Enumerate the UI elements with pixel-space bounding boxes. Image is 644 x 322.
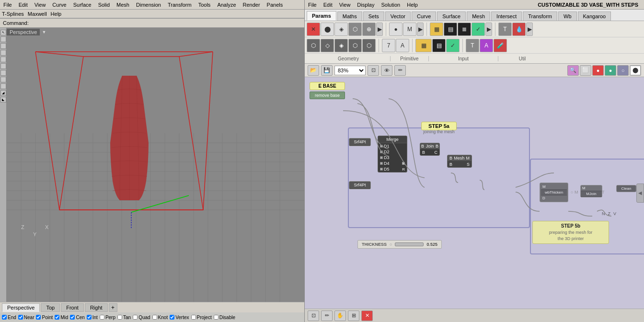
tab-mesh[interactable]: Mesh	[467, 12, 490, 21]
join-node[interactable]: B Join B B C	[420, 143, 440, 156]
icon-input-2[interactable]: ▤	[444, 23, 457, 36]
tool-5[interactable]	[0, 57, 6, 62]
icon-geometry-5[interactable]: ⊕	[362, 23, 376, 36]
tab-surface[interactable]: Surface	[437, 12, 466, 21]
tab-add-btn[interactable]: +	[109, 303, 117, 312]
gh-icon-r6[interactable]: ⬤	[630, 65, 641, 76]
icon-inp2-2[interactable]: ▤	[432, 39, 446, 52]
menu-tools[interactable]: Tools	[197, 2, 212, 8]
merge-node[interactable]: Merge D1 D2 D3 D4 D5R	[378, 136, 407, 172]
viewport-dropdown[interactable]: ▼	[42, 30, 46, 34]
gh-icon-r2[interactable]: ⬜	[580, 65, 591, 76]
icon-geo2-1[interactable]: ⬡	[307, 39, 320, 52]
icon-geometry-expand[interactable]: ▶	[376, 23, 383, 36]
menu-panels[interactable]: Panels	[265, 2, 285, 8]
ebase-sublabel[interactable]: remove base	[310, 92, 345, 99]
thickness-slider[interactable]	[395, 242, 424, 246]
tool-8[interactable]	[0, 77, 6, 82]
gh-canvas[interactable]: ◀	[305, 77, 644, 309]
icon-prim2-1[interactable]: 7	[382, 39, 395, 52]
icon-geometry-2[interactable]: ⬤	[321, 23, 334, 36]
tool-6[interactable]	[0, 63, 6, 69]
tool-select[interactable]: ↖	[0, 30, 6, 35]
gh-bottom-btn1[interactable]: ⊡	[308, 310, 319, 321]
menu-edit[interactable]: Edit	[17, 2, 29, 8]
tool-2[interactable]	[0, 36, 6, 42]
tab-maths[interactable]: Maths	[337, 12, 362, 21]
icon-util-2[interactable]: 💧	[512, 23, 526, 36]
icon-geo2-3[interactable]: ◈	[334, 39, 348, 52]
gh-fit-btn[interactable]: ⊡	[368, 65, 379, 76]
tool-7[interactable]	[0, 70, 6, 76]
gh-menu-help[interactable]: Help	[405, 2, 419, 8]
clean-node[interactable]: Clean	[616, 185, 636, 192]
tool-11[interactable]: ◣	[0, 97, 6, 103]
menu-tsplines[interactable]: T-Splines	[2, 11, 24, 17]
icon-util2-1[interactable]: T	[466, 39, 479, 52]
gh-icon-r1[interactable]: 🔍	[567, 65, 579, 76]
tool-10[interactable]: ◢	[0, 90, 6, 96]
menu-solid[interactable]: Solid	[97, 2, 111, 8]
tab-vector[interactable]: Vector	[385, 12, 411, 21]
icon-geo2-4[interactable]: ⬡	[348, 39, 362, 52]
menu-file[interactable]: File	[2, 2, 13, 8]
gh-icon-r4[interactable]: ●	[605, 65, 616, 76]
gh-icon-r3[interactable]: ●	[592, 65, 604, 76]
mesh-node[interactable]: B Mesh M B S	[447, 155, 472, 168]
tool-3[interactable]	[0, 43, 6, 49]
icon-prim2-2[interactable]: A	[396, 39, 409, 52]
menu-render[interactable]: Render	[242, 2, 262, 8]
tab-params[interactable]: Params	[307, 11, 336, 21]
icon-prim-2[interactable]: M	[403, 23, 416, 36]
tab-wb[interactable]: Wb	[558, 12, 577, 21]
menu-dimension[interactable]: Dimension	[135, 2, 162, 8]
tab-top[interactable]: Top	[41, 303, 60, 312]
srf4pt-node-2[interactable]: Srf4Pt	[349, 181, 371, 189]
menu-help[interactable]: Help	[51, 11, 62, 17]
gh-menu-view[interactable]: View	[338, 2, 352, 8]
gh-menu-display[interactable]: Display	[356, 2, 376, 8]
menu-maxwell[interactable]: Maxwell	[28, 11, 47, 17]
gh-eye-btn[interactable]: 👁	[381, 65, 392, 76]
gh-menu-edit[interactable]: Edit	[322, 2, 334, 8]
icon-util-expand[interactable]: ▶	[526, 23, 533, 36]
srf4pt-node-1[interactable]: Srf4Pt	[349, 138, 371, 146]
icon-inp2-3[interactable]: ✓	[446, 39, 460, 52]
icon-input-1[interactable]: ▦	[430, 23, 443, 36]
icon-input-expand[interactable]: ▶	[485, 23, 492, 36]
gh-menu-file[interactable]: File	[307, 2, 318, 8]
menu-analyze[interactable]: Analyze	[216, 2, 237, 8]
icon-prim-expand[interactable]: ▶	[417, 23, 424, 36]
tab-curve[interactable]: Curve	[412, 12, 436, 21]
tab-transform[interactable]: Transform	[523, 12, 557, 21]
gh-menu-solution[interactable]: Solution	[380, 2, 402, 8]
tab-perspective[interactable]: Perspective	[2, 303, 40, 312]
gh-save-btn[interactable]: 💾	[321, 65, 333, 76]
tab-intersect[interactable]: Intersect	[491, 12, 522, 21]
gh-bottom-btn5[interactable]: ✕	[361, 310, 373, 321]
gh-bottom-btn2[interactable]: ✏	[321, 310, 333, 321]
icon-prim-1[interactable]: ●	[389, 23, 402, 36]
menu-transform[interactable]: Transform	[166, 2, 193, 8]
gh-pen-btn[interactable]: ✏	[394, 65, 406, 76]
gh-open-btn[interactable]: 📂	[308, 65, 319, 76]
gh-bottom-btn4[interactable]: ⊞	[348, 310, 359, 321]
icon-util-1[interactable]: T	[498, 23, 512, 36]
gh-bottom-btn3[interactable]: ✋	[334, 310, 346, 321]
icon-geometry-4[interactable]: ⬡	[348, 23, 362, 36]
gh-icon-r5[interactable]: ○	[617, 65, 629, 76]
tab-kangaroo[interactable]: Kangaroo	[578, 12, 611, 21]
menu-view[interactable]: View	[33, 2, 47, 8]
icon-util2-2[interactable]: A	[480, 39, 493, 52]
menu-surface[interactable]: Surface	[72, 2, 93, 8]
tab-sets[interactable]: Sets	[363, 12, 384, 21]
icon-geometry-3[interactable]: ◈	[334, 23, 348, 36]
tab-front[interactable]: Front	[61, 303, 84, 312]
viewport-label[interactable]: Perspective	[7, 29, 40, 35]
icon-input-3[interactable]: ≣	[458, 23, 471, 36]
menu-mesh[interactable]: Mesh	[115, 2, 131, 8]
icon-inp2-1[interactable]: ▦	[415, 39, 432, 52]
menu-curve[interactable]: Curve	[51, 2, 68, 8]
icon-util2-3[interactable]: 🧪	[494, 39, 507, 52]
tab-right[interactable]: Right	[85, 303, 108, 312]
